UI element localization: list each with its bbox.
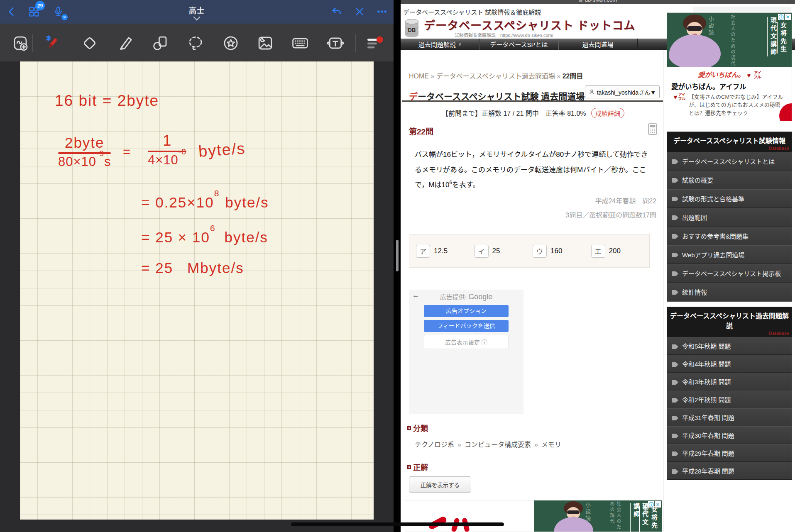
stamp-tool-icon[interactable]	[221, 33, 241, 53]
breadcrumb-home-link[interactable]: HOME	[409, 73, 429, 80]
calculator-icon[interactable]	[647, 123, 658, 137]
bottom-banner-ad[interactable]: 小説読 社会人のための現代 現代文講師 女将先生 ⓘ✕	[405, 500, 662, 532]
photo-tool-icon[interactable]	[255, 33, 275, 53]
site-tagline: データベーススペシャリスト 試験情報＆徹底解説	[403, 7, 541, 16]
ad-vertical-label: 女将先生	[777, 22, 788, 54]
sidebar-item-h28[interactable]: 平成28年春期 問題	[667, 462, 792, 480]
fraction1-numerator: 2byte	[58, 134, 111, 151]
add-page-icon[interactable]	[10, 33, 30, 53]
home-indicator[interactable]	[291, 522, 504, 526]
adchoices-icon[interactable]: ⓘ	[648, 501, 654, 508]
category-path: テクノロジ系»コンピュータ構成要素»メモリ	[415, 439, 561, 449]
chalk-text: 社会人のための現代	[609, 501, 622, 532]
sidebar-item-h30[interactable]: 平成30年春期 問題	[667, 426, 792, 444]
fraction2-numerator: 1	[148, 132, 186, 149]
notebook-title[interactable]: 高士	[189, 5, 205, 15]
category-link-1[interactable]: テクノロジ系	[415, 441, 454, 448]
nav-item-about-sp[interactable]: データベースSPとは	[479, 39, 558, 50]
adchoices-icon[interactable]: ⓘ	[778, 14, 784, 20]
lasso-tool-icon[interactable]	[186, 33, 205, 53]
category-heading: 分類	[407, 422, 428, 433]
site-title[interactable]: データベーススペシャリスト ドットコム	[424, 17, 635, 33]
sidebar-item-r3[interactable]: 令和3年秋期 問題	[667, 373, 792, 390]
option-e-button[interactable]: エ	[591, 245, 605, 258]
sidebar-item-r2[interactable]: 令和2年秋期 問題	[667, 390, 792, 408]
section-square-icon	[407, 465, 411, 469]
toolbar-divider	[355, 34, 356, 52]
sidebar-item-stats[interactable]: 統計情報	[667, 283, 792, 301]
handwriting-unit1: byte/s	[198, 139, 246, 161]
pages-grid-icon[interactable]: 29	[27, 4, 42, 19]
sidebar-item-format[interactable]: 試験の形式と合格基準	[667, 189, 792, 208]
handwriting-equals: =	[123, 144, 131, 159]
breadcrumb: HOME » データベーススペシャリスト過去問道場 » 22問目	[409, 71, 583, 81]
stroke-settings-icon[interactable]	[364, 33, 384, 53]
tag-icon	[672, 178, 678, 183]
option-i-button[interactable]: イ	[475, 245, 489, 258]
option-u-value: 160	[550, 247, 562, 255]
nav-item-kakomon-kaisetsu[interactable]: 過去問題解説∨	[401, 39, 479, 50]
more-options-icon[interactable]	[374, 4, 389, 19]
sidebar-item-r4[interactable]: 令和4年秋期 問題	[667, 355, 792, 373]
database-tag: Database	[769, 145, 789, 152]
highlighter-tool-icon[interactable]	[115, 33, 135, 53]
ad-vertical-label: 現代文講師	[767, 17, 778, 56]
category-link-2[interactable]: コンピュータ構成要素	[465, 441, 531, 448]
ad-options-button[interactable]: 広告オプション	[424, 305, 509, 317]
option-a-value: 12.5	[434, 247, 448, 255]
tag-icon	[672, 469, 678, 474]
sidebar-item-h29[interactable]: 平成29年春期 問題	[667, 444, 792, 462]
sidebar-item-webapp[interactable]: Webアプリ過去問道場	[667, 245, 792, 264]
ad-image-chalkboard: 小説読 社会人のための現代 現代文講師 女将先生 ⓘ✕	[667, 13, 792, 67]
option-a-button[interactable]: ア	[416, 245, 430, 258]
ad-back-arrow-icon[interactable]: ←	[412, 291, 419, 300]
eraser-tool-icon[interactable]	[80, 33, 100, 53]
question-number: 第22問	[409, 125, 433, 137]
sidebar-item-what-is[interactable]: データベーススペシャリストとは	[667, 152, 792, 171]
sidebar-item-books[interactable]: おすすめ参考書&問題集	[667, 227, 792, 245]
ad-close-icon[interactable]: ✕	[785, 14, 791, 20]
sidebar-ad[interactable]: 小説読 社会人のための現代 現代文講師 女将先生 ⓘ✕ 愛がいちばん。♥アイフル…	[667, 12, 792, 121]
db-cylinder-logo[interactable]: DB	[404, 18, 420, 38]
question-body: バス幅が16ビット，メモリサイクルタイムが80ナノ秒で連続して動作できるメモリが…	[415, 147, 650, 193]
breadcrumb-dojo-link[interactable]: データベーススペシャリスト過去問道場	[436, 73, 555, 80]
ad-controls: ⓘ✕	[648, 501, 661, 508]
tag-icon	[672, 290, 678, 295]
sidebar-block-exam-info: データベーススペシャリスト試験情報Database データベーススペシャリストと…	[667, 132, 792, 302]
close-split-icon[interactable]	[352, 4, 367, 19]
sidebar-item-overview[interactable]: 試験の概要	[667, 171, 792, 189]
sidebar-item-r5[interactable]: 令和5年秋期 問題	[667, 337, 792, 355]
nav-item-kakomon-dojo[interactable]: 過去問道場	[558, 39, 637, 50]
undo-icon[interactable]	[329, 4, 344, 19]
safari-urlbar[interactable]: db-siken.com	[401, 0, 795, 4]
pen-tool-icon[interactable]	[43, 33, 63, 53]
back-icon[interactable]	[4, 4, 19, 19]
woman-sunglasses	[687, 26, 702, 31]
ad-feedback-button[interactable]: フィードバックを送信	[424, 320, 509, 332]
tag-icon	[672, 159, 678, 164]
sidebar-item-h31[interactable]: 平成31年春期 問題	[667, 408, 792, 426]
mic-off-badge: ✕	[61, 14, 68, 20]
shapes-tool-icon[interactable]	[150, 33, 170, 53]
notebook-page[interactable]: 16 bit = 2byte 2byte 80×10-9s = 1 4×10-8…	[20, 61, 374, 520]
user-account-chip[interactable]: takashi_yoshidaさん▼	[585, 85, 660, 98]
show-answer-button[interactable]: 正解を表示する	[409, 476, 471, 493]
ad-close-icon[interactable]: ✕	[655, 501, 661, 508]
option-u-button[interactable]: ウ	[533, 245, 547, 258]
text-tool-icon[interactable]	[325, 33, 345, 53]
score-detail-button[interactable]: 成績詳細	[591, 108, 624, 118]
category-link-3[interactable]: メモリ	[541, 441, 561, 448]
splitview-drag-handle[interactable]	[396, 240, 399, 271]
sidebar-item-board[interactable]: データベーススペシャリスト掲示板	[667, 264, 792, 283]
tag-icon	[672, 434, 678, 438]
aiful-logo-text: アイフル	[678, 93, 685, 101]
pages-count-badge: 29	[35, 1, 45, 10]
keyboard-tool-icon[interactable]	[290, 33, 310, 53]
ad-slogan: 愛がいちばん。♥アイフル	[667, 69, 792, 80]
sidebar-block-past-questions: データベーススペシャリスト過去問題解説Database 令和5年秋期 問題 令和…	[667, 307, 792, 480]
microphone-muted-icon[interactable]: ✕	[51, 4, 66, 19]
sidebar-item-scope[interactable]: 出題範囲	[667, 208, 792, 227]
tag-icon	[672, 344, 678, 349]
tag-icon	[672, 398, 678, 403]
ad-settings-button[interactable]: 広告表示設定 ⓘ	[424, 335, 509, 349]
